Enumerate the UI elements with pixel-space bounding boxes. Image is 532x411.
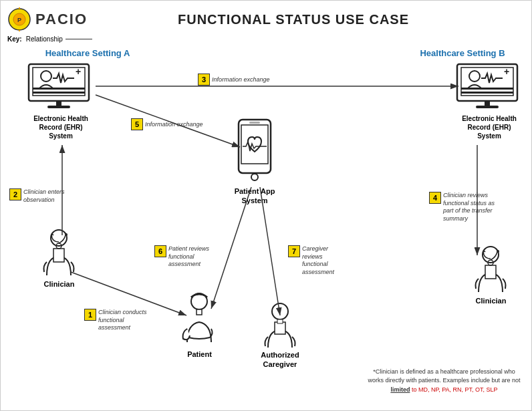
ehr-left-monitor: + Electronic Health Record (EHR) System — [27, 63, 94, 140]
patient-app: Patient App System — [233, 118, 278, 206]
svg-point-23 — [251, 174, 258, 180]
ehr-left-icon: + — [27, 63, 94, 113]
annotation-7-text: Caregiver reviews functional assessment — [302, 245, 348, 277]
svg-rect-12 — [47, 106, 70, 108]
annotation-4-text: Clinician reviews functional status as p… — [443, 192, 503, 223]
svg-rect-18 — [461, 92, 513, 94]
annotation-5: 5 Information exchange — [131, 118, 203, 130]
badge-6: 6 — [154, 245, 166, 257]
svg-point-32 — [497, 250, 499, 253]
key-relationship: Relationship — [26, 35, 92, 43]
patient-icon — [178, 292, 221, 349]
key-section: Key: Relationship — [7, 35, 526, 43]
setting-label-right: Healthcare Setting B — [399, 48, 526, 58]
badge-5: 5 — [131, 118, 143, 130]
ehr-left-label: Electronic Health Record (EHR) System — [27, 114, 94, 140]
clinician-right-label: Clinician — [469, 297, 513, 305]
svg-text:+: + — [504, 66, 509, 77]
svg-point-28 — [65, 233, 68, 236]
svg-rect-30 — [485, 265, 496, 279]
badge-3: 3 — [198, 74, 210, 86]
annotation-4: 4 Clinician reviews functional status as… — [429, 192, 503, 223]
annotation-2: 2 Clinician enters observation — [9, 188, 70, 204]
svg-rect-22 — [241, 125, 268, 164]
key-relationship-label: Relationship — [26, 35, 63, 43]
diagram-area: Healthcare Setting A Healthcare Setting … — [7, 48, 526, 396]
footnote-text-normal: *Clinician is defined as a healthcare pr… — [368, 368, 520, 384]
clinician-left-label: Clinician — [37, 280, 81, 288]
svg-rect-9 — [33, 88, 85, 90]
svg-rect-37 — [277, 319, 283, 323]
svg-rect-11 — [56, 101, 61, 106]
badge-1: 1 — [84, 309, 96, 321]
patient: Patient — [178, 292, 221, 358]
footnote-bold: limited — [390, 386, 410, 393]
clinician-left: Clinician — [37, 229, 81, 288]
annotation-6-text: Patient reviews functional assessment — [168, 245, 215, 269]
clinician-right: Clinician — [469, 245, 513, 305]
page: P PACIO FUNCTIONAL STATUS USE CASE Key: … — [1, 1, 532, 411]
badge-7: 7 — [288, 245, 300, 257]
annotation-6: 6 Patient reviews functional assessment — [154, 245, 215, 269]
svg-line-43 — [260, 187, 280, 315]
badge-4: 4 — [429, 192, 441, 204]
key-label: Key: — [7, 35, 22, 43]
annotation-2-text: Clinician enters observation — [23, 188, 70, 204]
annotation-3-text: Information exchange — [212, 76, 270, 83]
svg-rect-17 — [461, 88, 513, 90]
pacio-logo-icon: P — [7, 7, 31, 31]
patient-label: Patient — [178, 350, 221, 358]
svg-text:P: P — [17, 17, 21, 23]
annotation-3: 3 Information exchange — [198, 74, 270, 86]
caregiver-label: Authorized Caregiver — [253, 350, 307, 370]
clinician-right-icon — [469, 245, 513, 295]
caregiver: Authorized Caregiver — [260, 302, 307, 370]
page-title: FUNCTIONAL STATUS USE CASE — [101, 12, 526, 27]
footnote-end: to MD, NP, PA, RN, PT, OT, SLP — [410, 386, 497, 393]
svg-rect-26 — [53, 249, 64, 262]
svg-rect-36 — [275, 322, 285, 334]
annotation-1-text: Clinician conducts functional assessment — [98, 309, 151, 332]
ehr-right-icon: + — [456, 63, 523, 113]
setting-label-left: Healthcare Setting A — [27, 48, 148, 58]
svg-rect-10 — [33, 92, 85, 94]
clinician-left-icon — [37, 229, 81, 279]
svg-rect-20 — [476, 106, 499, 108]
key-relationship-line — [65, 39, 92, 39]
svg-rect-19 — [485, 101, 490, 106]
svg-text:+: + — [76, 66, 81, 77]
svg-rect-24 — [249, 122, 260, 124]
annotation-5-text: Information exchange — [145, 121, 203, 128]
annotation-1: 1 Clinician conducts functional assessme… — [84, 309, 151, 332]
svg-rect-34 — [196, 309, 202, 315]
footnote: *Clinician is defined as a healthcare pr… — [366, 368, 523, 395]
caregiver-icon — [260, 302, 300, 349]
badge-2: 2 — [9, 188, 21, 200]
logo-text: PACIO — [35, 11, 88, 28]
patient-app-label: Patient App System — [231, 186, 278, 206]
annotation-7: 7 Caregiver reviews functional assessmen… — [288, 245, 348, 277]
ehr-right-monitor: + Electronic Health Record (EHR) System — [456, 63, 523, 140]
ehr-right-label: Electronic Health Record (EHR) System — [456, 114, 523, 140]
logo: P PACIO — [7, 7, 88, 31]
patient-app-icon — [233, 118, 277, 185]
svg-point-35 — [272, 303, 288, 319]
header: P PACIO FUNCTIONAL STATUS USE CASE — [7, 7, 526, 31]
